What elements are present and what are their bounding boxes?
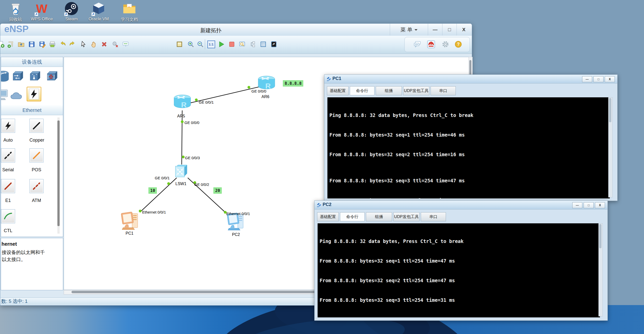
tab-basic-config[interactable]: 基础配置 (327, 86, 349, 95)
settings-button[interactable] (440, 39, 450, 50)
pc2-terminal-scrollbar[interactable] (598, 223, 603, 316)
pc1-terminal-scrollbar[interactable] (608, 97, 613, 197)
actual-size-button[interactable]: 1:1 (206, 39, 216, 50)
desktop-icon-label: 学习文档 (117, 17, 142, 22)
close-button[interactable]: X (457, 24, 471, 35)
help-button[interactable]: ? (453, 39, 463, 50)
tab-multicast[interactable]: 组播 (376, 86, 402, 95)
serial-link-icon (3, 150, 13, 160)
pc2-titlebar[interactable]: PC2 — □ X (315, 201, 608, 210)
maximize-button[interactable]: □ (442, 24, 457, 35)
pc2-maximize-button[interactable]: □ (584, 202, 594, 208)
tab-command-line[interactable]: 命令行 (340, 212, 365, 221)
undo-button[interactable] (58, 39, 68, 50)
desktop-icon-wps[interactable]: W WPS Office (29, 2, 54, 22)
ensp-titlebar[interactable]: eNSP 新建拓扑 菜 单 — □ X (0, 24, 472, 36)
pc1-terminal-scrollbar-thumb[interactable] (609, 98, 611, 122)
desktop-icon-virtualbox[interactable]: Oracle VM (86, 2, 111, 22)
description-text: 接设备的以太网和千 (2, 249, 45, 256)
link-serial-button[interactable] (1, 148, 15, 162)
pc1-titlebar[interactable]: PC1 — □ X (324, 75, 617, 84)
folder-icon (122, 2, 137, 16)
open-button[interactable] (16, 39, 26, 50)
link-pos-button[interactable] (29, 148, 44, 162)
link-auto-button[interactable] (1, 119, 15, 133)
start-button[interactable] (216, 39, 226, 50)
palette-button[interactable] (174, 39, 184, 50)
vlan-annotation[interactable]: 10 (148, 187, 157, 194)
pc2-terminal-scrollbar-thumb[interactable] (599, 224, 601, 248)
desktop-icon-folder[interactable]: 学习文档 (117, 2, 142, 22)
tab-multicast[interactable]: 组播 (366, 212, 392, 221)
pc2-minimize-button[interactable]: — (572, 202, 582, 208)
tab-udp-tool[interactable]: UDP发包工具 (393, 212, 420, 221)
device-cloud-button[interactable] (10, 89, 25, 101)
console-button[interactable] (269, 39, 279, 50)
pc2-terminal[interactable]: Ping 8.8.8.8: 32 data bytes, Press Ctrl_… (318, 223, 600, 317)
device-wlan-button[interactable] (28, 70, 42, 84)
comment-bubbles-icon (413, 40, 421, 48)
new-topology-button[interactable] (0, 39, 6, 50)
pc1-minimize-button[interactable]: — (582, 76, 592, 82)
link-atm-button[interactable] (29, 179, 44, 193)
tab-udp-tool[interactable]: UDP发包工具 (403, 86, 429, 95)
note-button[interactable] (121, 39, 131, 50)
redo-button[interactable] (67, 39, 78, 50)
device-node-lsw1[interactable] (173, 164, 189, 180)
vlan-annotation[interactable]: 20 (213, 187, 222, 194)
device-node-pc1[interactable] (121, 211, 140, 232)
print-button[interactable] (47, 39, 57, 50)
ethernet-section-header: Ethernet (1, 105, 63, 115)
device-firewall-button[interactable] (45, 70, 59, 84)
menu-button[interactable]: 菜 单 (390, 24, 428, 35)
save-button[interactable] (27, 39, 37, 50)
delete-button[interactable] (99, 39, 109, 50)
tab-basic-config[interactable]: 基础配置 (317, 212, 339, 221)
stop-button[interactable] (227, 39, 237, 50)
scroll-icon (7, 41, 14, 48)
zoom-out-button[interactable] (195, 39, 205, 50)
desktop-icon-recycle-bin[interactable]: 回收站 (3, 2, 28, 22)
pc1-terminal[interactable]: Ping 8.8.8.8: 32 data bytes, Press Ctrl_… (327, 97, 610, 198)
connection-tool-button[interactable] (27, 87, 41, 101)
terminal-line: From 8.8.8.8: bytes=32 seq=2 ttl=254 tim… (329, 151, 610, 158)
router-icon: R (173, 94, 191, 110)
device-node-ar5[interactable]: R (173, 94, 191, 111)
port-label: GE 0/0/1 (155, 176, 170, 180)
topology-view-button[interactable] (248, 39, 258, 50)
pc2-close-button[interactable]: X (595, 202, 605, 208)
save-as-button[interactable] (37, 39, 47, 50)
ip-annotation[interactable]: 8.8.8.8 (283, 80, 303, 87)
desktop-icon-label: WPS Office (29, 17, 54, 22)
terminal-line: From 8.8.8.8: bytes=32 seq=3 ttl=254 tim… (329, 177, 610, 184)
device-router-button[interactable] (1, 70, 10, 84)
ensp-app-icon (317, 202, 322, 207)
capture-button[interactable] (237, 39, 247, 50)
device-switch-button[interactable] (11, 70, 25, 84)
minimize-button[interactable]: — (428, 24, 442, 35)
link-e1-button[interactable] (1, 179, 15, 193)
link-ctl-button[interactable] (1, 209, 15, 223)
link-copper-button[interactable] (29, 119, 44, 133)
sidebar-scrollbar-thumb[interactable] (57, 120, 60, 226)
toolbar-separator (205, 39, 205, 49)
new-text-button[interactable] (6, 39, 16, 50)
grid-button[interactable] (258, 39, 268, 50)
huawei-button[interactable] (426, 39, 436, 50)
pc1-window-title: PC1 (332, 76, 341, 81)
tab-serial[interactable]: 串口 (431, 86, 456, 95)
tab-serial[interactable]: 串口 (421, 212, 446, 221)
select-button[interactable] (78, 39, 88, 50)
zoom-in-icon (187, 41, 194, 48)
link-type-label: Copper (29, 138, 44, 143)
pan-button[interactable] (89, 39, 99, 50)
tab-command-line[interactable]: 命令行 (350, 86, 374, 95)
device-terminal-button[interactable] (1, 88, 9, 102)
toolbar: 1:1 (0, 36, 472, 54)
zoom-in-button[interactable] (186, 39, 196, 50)
message-button[interactable] (412, 39, 422, 50)
pc1-close-button[interactable]: X (605, 76, 615, 82)
delete-config-button[interactable] (110, 39, 120, 50)
desktop-icon-steam[interactable]: Steam (59, 2, 84, 22)
pc1-maximize-button[interactable]: □ (593, 76, 603, 82)
